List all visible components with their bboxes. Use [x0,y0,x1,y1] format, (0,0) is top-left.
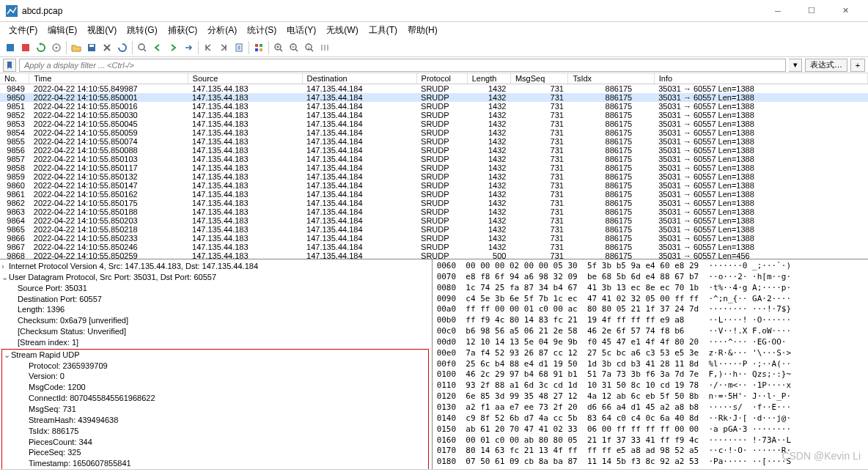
packet-row[interactable]: 98672022-04-22 14:10:55.850246147.135.44… [0,243,868,251]
svg-rect-2 [22,44,29,51]
column-header[interactable]: TsIdx [568,73,654,84]
svg-point-4 [56,46,58,48]
column-header[interactable]: Length [467,73,510,84]
tree-udp: ⌄User Datagram Protocol, Src Port: 35031… [0,272,432,283]
expression-button[interactable]: 表达式… [805,59,847,72]
last-packet-icon[interactable] [216,40,231,55]
window-title: abcd.pcap [22,6,761,16]
app-icon [6,5,18,17]
tree-item[interactable]: MsgSeq: 731 [2,404,428,415]
tree-item[interactable]: [Stream index: 1] [0,337,432,348]
svg-rect-6 [89,45,94,47]
packet-row[interactable]: 98592022-04-22 14:10:55.850132147.135.44… [0,172,868,181]
capture-options-icon[interactable] [49,40,64,55]
packet-row[interactable]: 98622022-04-22 14:10:55.850175147.135.44… [0,199,868,207]
close-file-icon[interactable] [100,40,114,55]
packet-row[interactable]: 98652022-04-22 14:10:55.850218147.135.44… [0,225,868,234]
packet-row[interactable]: 98532022-04-22 14:10:55.850045147.135.44… [0,119,868,128]
start-capture-icon[interactable] [3,40,18,55]
menu-help[interactable]: 帮助(H) [403,23,442,38]
tree-item[interactable]: PiecesCount: 344 [2,437,428,448]
add-filter-button[interactable]: + [850,59,865,72]
tree-srudp: ⌄Stream Rapid UDP [2,350,428,361]
open-file-icon[interactable] [69,40,84,55]
tree-ip: ›Internet Protocol Version 4, Src: 147.1… [0,261,432,272]
packet-row[interactable]: 98522022-04-22 14:10:55.850030147.135.44… [0,111,868,119]
zoom-out-icon[interactable] [287,40,301,55]
menu-go[interactable]: 跳转(G) [122,23,161,38]
column-header[interactable]: Protocol [416,73,467,84]
menu-tools[interactable]: 工具(T) [364,23,402,38]
zoom-in-icon[interactable] [271,40,286,55]
column-header[interactable]: MsgSeq [510,73,568,84]
svg-rect-10 [255,44,258,47]
filter-bar: ▾ 表达式… + [0,57,868,73]
tree-item[interactable]: ConnectId: 8070455845561968622 [2,393,428,404]
zoom-reset-icon[interactable]: 1 [302,40,317,55]
tree-item[interactable]: PieceSeq: 325 [2,447,428,458]
packet-row[interactable]: 98612022-04-22 14:10:55.850162147.135.44… [0,190,868,199]
tree-item[interactable]: Checksum: 0x6a79 [unverified] [0,315,432,326]
packet-row[interactable]: 98502022-04-22 14:10:55.850001147.135.44… [0,93,868,102]
minimize-button[interactable]: ─ [761,0,795,22]
tree-item[interactable]: TsIdx: 886175 [2,426,428,437]
packet-bytes-pane[interactable]: 0060 00 00 00 02 00 00 05 30 5f 3b b5 9a… [433,259,868,469]
tree-item[interactable]: Timestamp: 1650607855841 [2,458,428,469]
auto-scroll-icon[interactable] [232,40,246,55]
packet-list[interactable]: No.TimeSourceDestinationProtocolLengthMs… [0,73,868,259]
menu-stats[interactable]: 统计(S) [243,23,281,38]
packet-row[interactable]: 98552022-04-22 14:10:55.850074147.135.44… [0,137,868,146]
colorize-icon[interactable] [251,40,266,55]
packet-row[interactable]: 98662022-04-22 14:10:55.850233147.135.44… [0,234,868,243]
tree-item[interactable]: Destination Port: 60557 [0,294,432,305]
column-header[interactable]: Source [188,73,302,84]
maximize-button[interactable]: ☐ [795,0,828,22]
menu-file[interactable]: 文件(F) [4,23,42,38]
tree-item[interactable]: Source Port: 35031 [0,283,432,294]
close-button[interactable]: ✕ [828,0,862,22]
menu-edit[interactable]: 编辑(E) [43,23,81,38]
column-header[interactable]: Destination [302,73,416,84]
column-header[interactable]: No. [0,73,29,84]
menu-view[interactable]: 视图(V) [83,23,121,38]
menu-capture[interactable]: 捕获(C) [163,23,202,38]
menu-analyze[interactable]: 分析(A) [203,23,241,38]
tree-item[interactable]: [Checksum Status: Unverified] [0,326,432,337]
tree-item[interactable]: Length: 1396 [0,304,432,315]
stop-capture-icon[interactable] [18,40,33,55]
first-packet-icon[interactable] [201,40,216,55]
packet-row[interactable]: 98582022-04-22 14:10:55.850117147.135.44… [0,163,868,172]
tree-item[interactable]: MsgCode: 1200 [2,382,428,393]
apply-filter-icon[interactable]: ▾ [789,59,802,72]
statusbar: ● ？ Body (SRUDP.body), 1328 bytes 分组: 98… [0,469,868,472]
tree-item[interactable]: Protocol: 2365939709 [2,361,428,372]
reload-icon[interactable] [115,40,130,55]
packet-row[interactable]: 98632022-04-22 14:10:55.850188147.135.44… [0,207,868,216]
packet-row[interactable]: 98512022-04-22 14:10:55.850016147.135.44… [0,102,868,111]
packet-row[interactable]: 98542022-04-22 14:10:55.850059147.135.44… [0,128,868,137]
tree-item[interactable]: Version: 0 [2,371,428,382]
go-to-icon[interactable] [181,40,196,55]
packet-details-pane[interactable]: ›Internet Protocol Version 4, Src: 147.1… [0,259,433,469]
bookmark-icon[interactable] [3,59,16,72]
tree-srudp-box: ⌄Stream Rapid UDP Protocol: 2365939709Ve… [1,349,429,469]
packet-row[interactable]: 98642022-04-22 14:10:55.850203147.135.44… [0,216,868,225]
packet-row[interactable]: 98602022-04-22 14:10:55.850147147.135.44… [0,181,868,190]
restart-capture-icon[interactable] [34,40,48,55]
find-icon[interactable] [135,40,150,55]
go-forward-icon[interactable] [166,40,180,55]
display-filter-input[interactable] [19,59,786,72]
go-back-icon[interactable] [150,40,165,55]
tree-item[interactable]: StreamHash: 439494638 [2,415,428,426]
packet-row[interactable]: 98682022-04-22 14:10:55.850259147.135.44… [0,251,868,259]
menu-telephony[interactable]: 电话(Y) [282,23,320,38]
column-header[interactable]: Time [29,73,188,84]
menu-wireless[interactable]: 无线(W) [322,23,362,38]
svg-rect-12 [255,48,258,51]
resize-columns-icon[interactable] [317,40,332,55]
packet-row[interactable]: 98562022-04-22 14:10:55.850088147.135.44… [0,146,868,155]
save-file-icon[interactable] [84,40,99,55]
packet-row[interactable]: 98572022-04-22 14:10:55.850103147.135.44… [0,155,868,163]
column-header[interactable]: Info [654,73,867,84]
packet-row[interactable]: 98492022-04-22 14:10:55.849987147.135.44… [0,84,868,94]
